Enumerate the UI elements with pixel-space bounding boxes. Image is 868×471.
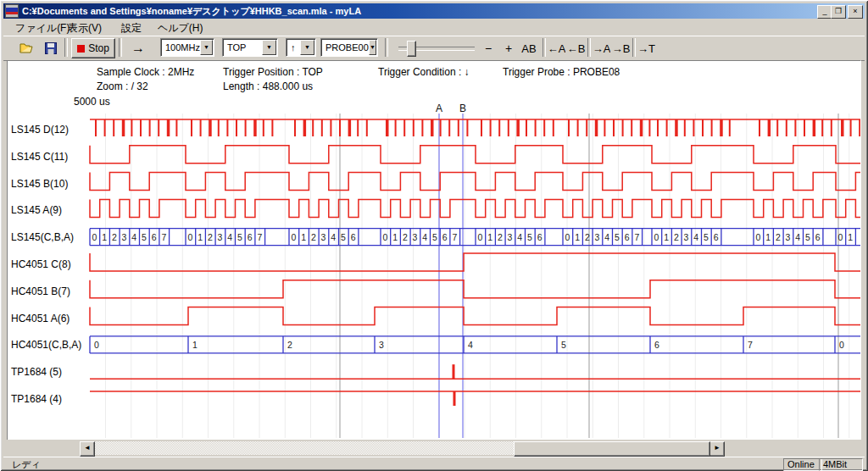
bus-value: 5 [527, 232, 532, 242]
toolbar-separator [119, 38, 122, 57]
menu-bar: ファイル(F)表示(V)設定ヘルプ(H) [3, 19, 865, 35]
toolbar: Stop → 100MHz ▼ TOP ▼ ↑ ▼ PROBE00 ▼ − + … [3, 36, 865, 61]
strobe-tick [640, 119, 643, 136]
scrollbar-thumb[interactable] [514, 441, 710, 457]
bus-value: 7 [452, 232, 457, 242]
bus-value: 0 [756, 232, 761, 242]
zoom-in-button[interactable]: + [500, 38, 517, 58]
strobe-tick [786, 119, 787, 136]
length-info: Length : 488.000 us [223, 80, 313, 92]
dropdown-arrow-icon[interactable]: ▼ [369, 40, 376, 55]
open-folder-icon [19, 42, 35, 54]
bus-value: 4 [227, 232, 232, 242]
bus-value: 7 [161, 232, 166, 242]
strobe-tick [366, 119, 368, 136]
strobe-tick [490, 119, 492, 136]
scroll-right-arrow-icon[interactable]: ► [709, 441, 725, 457]
bus-value: 4 [693, 232, 698, 242]
stop-button[interactable]: Stop [71, 38, 115, 58]
title-bar[interactable]: C:¥Documents and Settings¥noname¥デスクトップ¥… [3, 3, 865, 19]
bus-value: 1 [198, 232, 203, 242]
strobe-tick [821, 119, 823, 136]
waveform-trace-3 [90, 199, 860, 217]
close-button[interactable]: × [848, 5, 863, 19]
strobe-tick [226, 119, 228, 136]
bus-value: 3 [786, 232, 791, 242]
bus-value: 6 [248, 232, 253, 242]
strobe-tick [466, 119, 468, 136]
strobe-tick [236, 119, 237, 136]
bus-value: 1 [192, 340, 198, 350]
bus-value: 3 [379, 340, 384, 350]
strobe-tick [702, 119, 704, 136]
bus-value: 3 [595, 232, 600, 242]
ab-range-button[interactable]: AB [517, 38, 541, 58]
bus-value: 2 [674, 232, 679, 242]
status-bar: レディ Online 4MBit [3, 457, 865, 469]
menu-item-3[interactable]: ヘルプ(H) [154, 20, 207, 36]
bus-value: 7 [748, 340, 753, 350]
waveform-trace-1 [90, 146, 860, 163]
trigger-edge-combo[interactable]: ↑ ▼ [286, 38, 316, 57]
strobe-tick [776, 119, 778, 136]
bus-value: 2 [112, 232, 117, 242]
zoom-slider-handle[interactable] [407, 41, 416, 57]
bus-value: 3 [122, 232, 127, 242]
strobe-tick [622, 119, 624, 136]
strobe-tick [330, 119, 331, 136]
dropdown-arrow-icon[interactable]: ▼ [262, 40, 276, 55]
floppy-disk-icon [45, 42, 57, 54]
set-a-cursor-button[interactable]: ←A [546, 38, 567, 58]
set-b-cursor-button[interactable]: ←B [565, 38, 587, 58]
bus-value: 0 [188, 232, 193, 242]
trigger-probe-combo[interactable]: PROBE00 ▼ [320, 38, 378, 57]
strobe-tick [850, 119, 852, 136]
sample-clock-combo[interactable]: 100MHz ▼ [160, 38, 214, 57]
strobe-tick [431, 119, 434, 136]
mylা-window: { "window": { "title": "C:¥Documents and… [0, 0, 868, 471]
channel-label-8: HC4051(C,B,A) [11, 339, 81, 351]
bus-value: 5 [615, 232, 620, 242]
scroll-left-arrow-icon[interactable]: ◄ [80, 441, 95, 457]
open-file-button[interactable] [15, 38, 39, 58]
horizontal-scrollbar[interactable]: ◄ ► [80, 441, 724, 455]
status-memory-badge: 4MBit [819, 458, 863, 471]
trigger-position-combo[interactable]: TOP ▼ [222, 38, 278, 57]
dropdown-arrow-icon[interactable]: ▼ [200, 40, 213, 55]
bus-value: 4 [131, 232, 136, 242]
goto-trigger-button[interactable]: →T [636, 38, 657, 58]
save-file-button[interactable] [39, 38, 63, 58]
strobe-tick [759, 119, 760, 136]
bus-value: 6 [152, 232, 157, 242]
key-pulse-9 [453, 364, 455, 379]
strobe-tick [568, 119, 570, 136]
zoom-out-button[interactable]: − [480, 38, 497, 58]
trigger-position-value: TOP [227, 42, 262, 53]
toolbar-separator [385, 38, 388, 57]
app-icon[interactable] [5, 4, 19, 18]
bus-value: 0 [92, 232, 97, 242]
strobe-tick [294, 119, 296, 136]
bus-value: 6 [351, 232, 356, 242]
maximize-button[interactable]: ❐ [831, 5, 846, 19]
bus-value: 6 [537, 232, 542, 242]
strobe-tick [191, 119, 192, 136]
waveform-display[interactable]: LS145 D(12)LS145 C(11)LS145 B(10)LS145 A… [8, 97, 860, 441]
bus-value: 6 [442, 232, 448, 242]
menu-item-2[interactable]: 設定 [118, 20, 145, 36]
dropdown-arrow-icon[interactable]: ▼ [300, 40, 314, 55]
strobe-tick [321, 119, 323, 136]
strobe-tick [158, 119, 159, 136]
strobe-tick [413, 119, 415, 136]
bus-value: 4 [468, 340, 473, 350]
trigger-condition-info: Trigger Condition : ↓ [378, 66, 470, 78]
strobe-tick [263, 119, 264, 136]
strobe-tick [508, 119, 509, 136]
bus-value: 6 [815, 232, 821, 242]
single-run-button[interactable]: → [125, 38, 151, 58]
strobe-tick [516, 119, 520, 136]
menu-item-1[interactable]: 表示(V) [64, 20, 105, 36]
goto-b-cursor-button[interactable]: →B [610, 38, 632, 58]
strobe-tick [813, 119, 816, 136]
goto-a-cursor-button[interactable]: →A [591, 38, 612, 58]
